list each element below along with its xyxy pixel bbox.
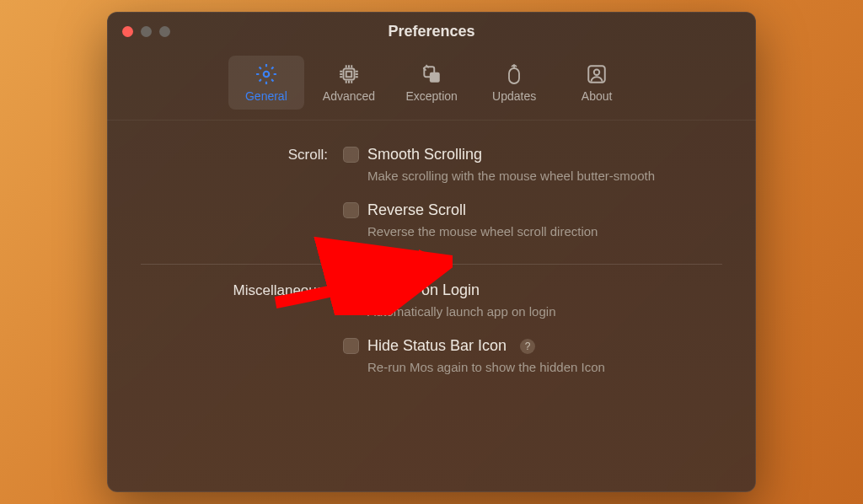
chip-icon bbox=[337, 62, 361, 86]
tab-exception[interactable]: Exception bbox=[394, 56, 469, 110]
smooth-scrolling-label: Smooth Scrolling bbox=[367, 146, 482, 164]
preferences-window: Preferences General Advanced bbox=[107, 12, 756, 492]
divider bbox=[141, 264, 722, 265]
smooth-scrolling-checkbox[interactable] bbox=[343, 147, 359, 163]
svg-rect-5 bbox=[509, 68, 519, 83]
titlebar: Preferences bbox=[107, 12, 756, 51]
hide-status-bar-checkbox[interactable] bbox=[343, 338, 359, 354]
scroll-section: Scroll: Smooth Scrolling Make scrolling … bbox=[141, 146, 722, 257]
section-label: Miscellaneous: bbox=[141, 281, 343, 393]
close-button[interactable] bbox=[122, 26, 133, 37]
minimize-button[interactable] bbox=[141, 26, 152, 37]
reverse-scroll-checkbox[interactable] bbox=[343, 202, 359, 218]
maximize-button[interactable] bbox=[159, 26, 170, 37]
reverse-scroll-description: Reverse the mouse wheel scroll direction bbox=[367, 223, 722, 240]
reverse-scroll-label: Reverse Scroll bbox=[367, 201, 466, 219]
traffic-lights bbox=[107, 26, 170, 37]
tab-about[interactable]: About bbox=[559, 56, 635, 110]
tab-general[interactable]: General bbox=[228, 56, 304, 110]
launch-on-login-description: Automatically launch app on login bbox=[367, 303, 722, 320]
tab-label: Exception bbox=[405, 89, 457, 103]
launch-on-login-checkbox[interactable] bbox=[343, 282, 359, 298]
tab-label: Advanced bbox=[323, 89, 375, 103]
tab-label: Updates bbox=[492, 89, 536, 103]
svg-rect-4 bbox=[430, 72, 440, 83]
tab-label: About bbox=[582, 89, 613, 103]
section-label: Scroll: bbox=[141, 146, 343, 257]
smooth-scrolling-description: Make scrolling with the mouse wheel butt… bbox=[367, 167, 722, 185]
gear-icon bbox=[255, 62, 278, 86]
svg-rect-1 bbox=[344, 69, 355, 80]
svg-point-7 bbox=[594, 70, 600, 76]
hide-status-bar-description: Re-run Mos again to show the hidden Icon bbox=[367, 358, 722, 376]
help-icon[interactable]: ? bbox=[520, 339, 535, 354]
launch-on-login-label: Launch on Login bbox=[367, 281, 480, 299]
hide-status-bar-label: Hide Status Bar Icon bbox=[367, 337, 507, 355]
misc-section: Miscellaneous: Launch on Login Automatic… bbox=[141, 281, 722, 393]
tab-updates[interactable]: Updates bbox=[476, 56, 552, 110]
window-title: Preferences bbox=[107, 23, 756, 40]
tab-advanced[interactable]: Advanced bbox=[311, 56, 387, 110]
windows-icon bbox=[420, 62, 443, 86]
updates-icon bbox=[502, 62, 526, 86]
person-icon bbox=[585, 62, 608, 86]
toolbar: General Advanced Exception bbox=[107, 51, 756, 121]
content-area: Scroll: Smooth Scrolling Make scrolling … bbox=[107, 121, 756, 416]
svg-rect-2 bbox=[346, 72, 352, 78]
svg-point-0 bbox=[264, 72, 270, 78]
tab-label: General bbox=[245, 89, 287, 103]
